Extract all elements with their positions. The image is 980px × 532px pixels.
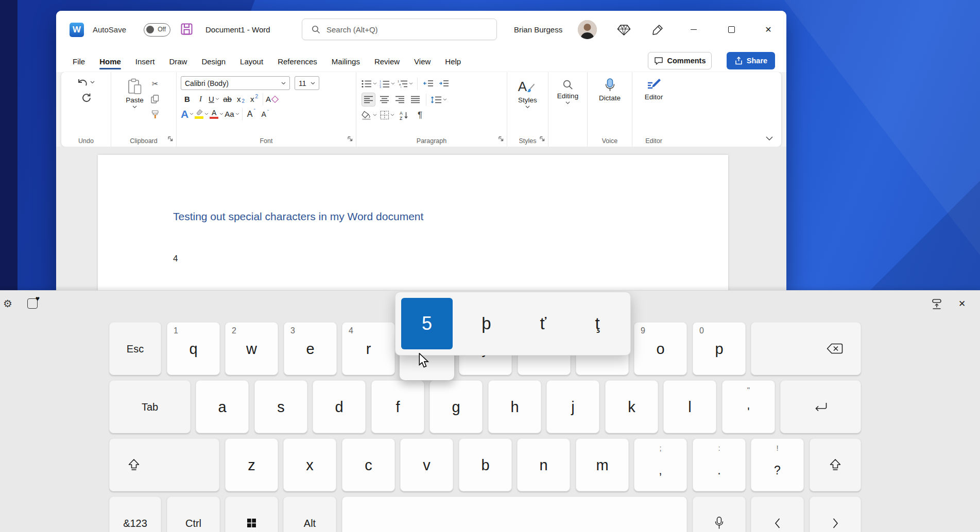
popup-option-1[interactable]: ť: [540, 314, 546, 333]
strikethrough-button[interactable]: ab: [221, 93, 234, 105]
show-marks-button[interactable]: ¶: [414, 109, 426, 121]
tab-layout[interactable]: Layout: [233, 51, 270, 71]
key-g[interactable]: g: [429, 380, 483, 433]
text-effects-button[interactable]: A: [181, 108, 194, 120]
shrink-font-button[interactable]: Aˇ: [259, 108, 272, 120]
key-enter[interactable]: [780, 380, 861, 433]
premium-diamond-icon[interactable]: [616, 22, 631, 38]
change-case-button[interactable]: Aa: [225, 108, 239, 120]
tab-home[interactable]: Home: [92, 51, 128, 71]
copy-button[interactable]: [149, 93, 162, 105]
tab-help[interactable]: Help: [438, 51, 468, 71]
search-box[interactable]: Search (Alt+Q): [302, 19, 497, 40]
italic-button[interactable]: I: [194, 93, 207, 105]
font-name-select[interactable]: Calibri (Body): [181, 76, 290, 90]
key-s[interactable]: s: [254, 380, 307, 433]
comments-button[interactable]: Comments: [648, 52, 712, 69]
keyboard-settings-button[interactable]: ⚙: [1, 297, 14, 310]
styles-dialog-launcher[interactable]: [540, 134, 545, 144]
key-c[interactable]: c: [342, 438, 395, 491]
key-alt[interactable]: Alt: [283, 496, 336, 532]
key-question[interactable]: !?: [751, 438, 804, 491]
collapse-ribbon-button[interactable]: [766, 133, 773, 143]
tab-file[interactable]: File: [65, 51, 92, 71]
borders-button[interactable]: [380, 109, 394, 121]
key-p[interactable]: 0p: [693, 322, 746, 375]
key-h[interactable]: h: [488, 380, 541, 433]
key-arrow-right[interactable]: [810, 496, 861, 532]
minimize-button[interactable]: [682, 20, 706, 39]
editor-button[interactable]: Editor: [645, 76, 663, 101]
key-esc[interactable]: Esc: [109, 322, 161, 375]
clipboard-dialog-launcher[interactable]: [168, 134, 173, 144]
increase-indent-button[interactable]: [437, 77, 450, 90]
line-spacing-button[interactable]: [431, 93, 447, 106]
key-z[interactable]: z: [225, 438, 278, 491]
highlight-button[interactable]: [195, 108, 209, 120]
paste-button[interactable]: Paste: [126, 76, 144, 121]
key-j[interactable]: j: [546, 380, 599, 433]
key-shift-right[interactable]: [810, 438, 861, 491]
key-n[interactable]: n: [517, 438, 570, 491]
key-l[interactable]: l: [663, 380, 716, 433]
format-painter-button[interactable]: [149, 108, 162, 121]
numbering-button[interactable]: 123: [380, 77, 395, 90]
tab-view[interactable]: View: [407, 51, 438, 71]
align-left-button[interactable]: [362, 93, 375, 107]
key-apostrophe[interactable]: "': [722, 380, 775, 433]
key-arrow-left[interactable]: [751, 496, 804, 532]
cut-button[interactable]: ✂: [149, 77, 162, 90]
key-windows[interactable]: [225, 496, 278, 532]
dictate-button[interactable]: Dictate: [599, 76, 621, 102]
key-shift-left[interactable]: [109, 438, 219, 491]
grow-font-button[interactable]: Aˆ: [245, 108, 258, 120]
key-mic[interactable]: [693, 496, 746, 532]
align-center-button[interactable]: [378, 93, 391, 106]
font-color-button[interactable]: A: [210, 108, 223, 120]
editing-button[interactable]: Editing: [557, 76, 578, 104]
key-m[interactable]: m: [576, 438, 629, 491]
redo-button[interactable]: [79, 91, 93, 104]
key-q[interactable]: 1q: [167, 322, 220, 375]
close-button[interactable]: ✕: [757, 20, 780, 39]
key-b[interactable]: b: [459, 438, 512, 491]
paragraph-dialog-launcher[interactable]: [498, 134, 504, 144]
styles-button[interactable]: A Styles: [518, 76, 537, 109]
avatar[interactable]: [578, 20, 597, 39]
key-comma[interactable]: ;,: [634, 438, 687, 491]
key-x[interactable]: x: [283, 438, 336, 491]
document-page[interactable]: Testing out special characters in my Wor…: [98, 155, 728, 291]
user-name[interactable]: Brian Burgess: [514, 25, 562, 34]
font-dialog-launcher[interactable]: [348, 134, 353, 144]
tab-design[interactable]: Design: [194, 51, 233, 71]
tab-mailings[interactable]: Mailings: [324, 51, 367, 71]
font-size-select[interactable]: 11: [295, 76, 319, 90]
keyboard-dock-button[interactable]: [930, 297, 943, 310]
key-a[interactable]: a: [196, 380, 249, 433]
key-tab[interactable]: Tab: [109, 380, 191, 433]
key-o[interactable]: 9o: [634, 322, 687, 375]
superscript-button[interactable]: x2: [248, 93, 261, 105]
sort-button[interactable]: AZ: [398, 109, 410, 121]
emoji-panel-button[interactable]: ♥: [26, 297, 39, 310]
key-w[interactable]: 2w: [225, 322, 278, 375]
popup-option-2[interactable]: ţ: [595, 314, 599, 333]
tab-insert[interactable]: Insert: [128, 51, 162, 71]
decrease-indent-button[interactable]: [422, 77, 435, 90]
key-r[interactable]: 4r: [342, 322, 395, 375]
tab-review[interactable]: Review: [367, 51, 407, 71]
key-ctrl[interactable]: Ctrl: [167, 496, 220, 532]
key-backspace[interactable]: [751, 322, 861, 375]
bold-button[interactable]: B: [181, 93, 194, 105]
popup-option-0[interactable]: þ: [482, 314, 491, 333]
save-icon[interactable]: [181, 23, 193, 37]
key-symbols[interactable]: &123: [109, 496, 161, 532]
key-space[interactable]: [342, 496, 687, 532]
key-k[interactable]: k: [605, 380, 658, 433]
subscript-button[interactable]: x2: [234, 93, 247, 105]
popup-selected-key[interactable]: 5: [401, 298, 453, 349]
justify-button[interactable]: [409, 93, 422, 106]
key-f[interactable]: f: [371, 380, 424, 433]
autosave-toggle[interactable]: Off: [144, 23, 170, 37]
share-button[interactable]: Share: [727, 52, 775, 69]
